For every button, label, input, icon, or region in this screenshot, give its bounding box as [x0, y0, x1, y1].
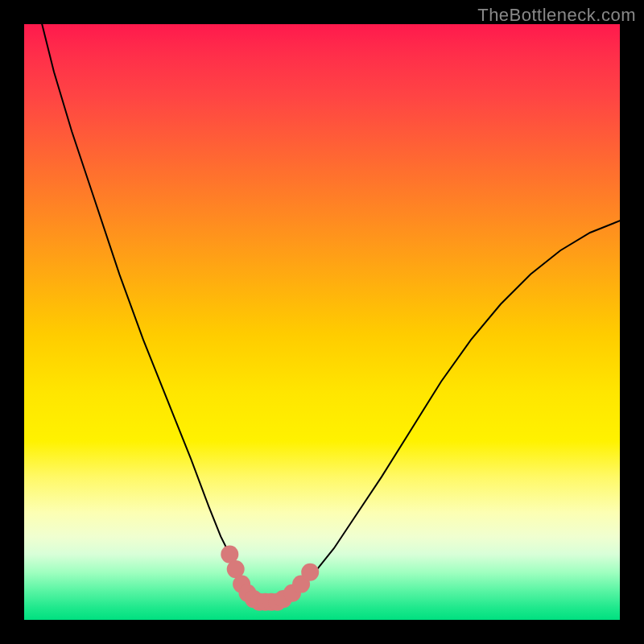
marker-dot — [301, 564, 319, 581]
watermark-text: TheBottleneck.com — [477, 5, 636, 26]
bottleneck-curve-line — [42, 24, 620, 602]
bottom-marker-dots — [221, 546, 319, 611]
plot-area — [24, 24, 620, 620]
chart-svg — [24, 24, 620, 620]
